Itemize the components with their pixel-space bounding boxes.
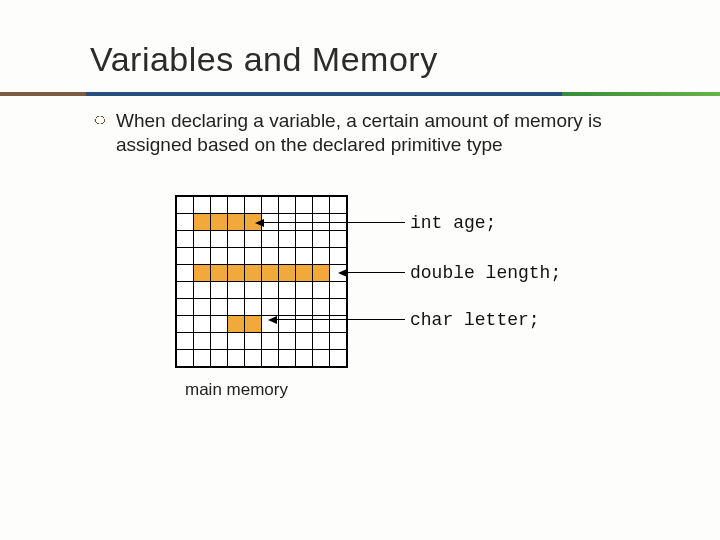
arrowhead-icon bbox=[338, 269, 347, 277]
memory-cell bbox=[330, 349, 347, 366]
memory-cell bbox=[177, 264, 194, 281]
memory-cell bbox=[245, 349, 262, 366]
memory-cell bbox=[262, 298, 279, 315]
memory-cell bbox=[279, 196, 296, 213]
memory-cell bbox=[228, 264, 245, 281]
arrowhead-icon bbox=[255, 219, 264, 227]
memory-cell bbox=[211, 264, 228, 281]
memory-cell bbox=[296, 298, 313, 315]
memory-cell bbox=[313, 264, 330, 281]
memory-cell bbox=[296, 332, 313, 349]
memory-cell bbox=[313, 298, 330, 315]
memory-cell bbox=[177, 349, 194, 366]
memory-cell bbox=[211, 298, 228, 315]
memory-cell bbox=[228, 298, 245, 315]
memory-cell bbox=[296, 247, 313, 264]
memory-cell bbox=[313, 349, 330, 366]
memory-cell bbox=[177, 298, 194, 315]
memory-caption: main memory bbox=[185, 380, 288, 400]
memory-cell bbox=[177, 196, 194, 213]
memory-cell bbox=[194, 349, 211, 366]
memory-cell bbox=[313, 332, 330, 349]
memory-cell bbox=[296, 281, 313, 298]
memory-cell bbox=[262, 349, 279, 366]
memory-cell bbox=[228, 281, 245, 298]
code-label-double: double length; bbox=[410, 263, 561, 283]
memory-diagram: main memory int age; double length; char… bbox=[90, 185, 670, 445]
memory-cell bbox=[262, 264, 279, 281]
memory-cell bbox=[279, 230, 296, 247]
memory-cell bbox=[228, 196, 245, 213]
memory-cell bbox=[279, 281, 296, 298]
memory-cell bbox=[279, 332, 296, 349]
memory-cell bbox=[296, 315, 313, 332]
slide-title: Variables and Memory bbox=[90, 40, 670, 79]
memory-cell bbox=[194, 264, 211, 281]
memory-cell bbox=[262, 196, 279, 213]
memory-cell bbox=[262, 230, 279, 247]
bullet-item: ၀ When declaring a variable, a certain a… bbox=[90, 109, 610, 157]
memory-cell bbox=[330, 315, 347, 332]
memory-cell bbox=[279, 247, 296, 264]
memory-cell bbox=[245, 281, 262, 298]
memory-cell bbox=[330, 196, 347, 213]
memory-cell bbox=[228, 315, 245, 332]
memory-cell bbox=[211, 213, 228, 230]
title-underline bbox=[0, 92, 720, 96]
memory-cell bbox=[211, 247, 228, 264]
memory-cell bbox=[313, 247, 330, 264]
code-label-int: int age; bbox=[410, 213, 496, 233]
memory-cell bbox=[177, 230, 194, 247]
memory-cell bbox=[245, 264, 262, 281]
memory-cell bbox=[194, 213, 211, 230]
memory-cell bbox=[245, 247, 262, 264]
memory-cell bbox=[228, 213, 245, 230]
memory-cell bbox=[211, 196, 228, 213]
memory-cell bbox=[296, 264, 313, 281]
memory-cell bbox=[330, 332, 347, 349]
memory-cell bbox=[296, 230, 313, 247]
memory-cell bbox=[279, 298, 296, 315]
memory-cell bbox=[194, 332, 211, 349]
memory-cell bbox=[228, 230, 245, 247]
slide: Variables and Memory ၀ When declaring a … bbox=[0, 0, 720, 540]
memory-cell bbox=[313, 196, 330, 213]
memory-cell bbox=[262, 247, 279, 264]
memory-cell bbox=[279, 315, 296, 332]
memory-cell bbox=[279, 264, 296, 281]
memory-cell bbox=[194, 196, 211, 213]
memory-cell bbox=[211, 349, 228, 366]
arrowhead-icon bbox=[268, 316, 277, 324]
memory-cell bbox=[330, 298, 347, 315]
memory-cell bbox=[194, 230, 211, 247]
memory-cell bbox=[194, 298, 211, 315]
memory-cell bbox=[245, 315, 262, 332]
memory-cell bbox=[228, 332, 245, 349]
memory-cell bbox=[211, 332, 228, 349]
memory-cell bbox=[177, 213, 194, 230]
memory-cell bbox=[211, 230, 228, 247]
bullet-text: When declaring a variable, a certain amo… bbox=[116, 109, 610, 157]
memory-cell bbox=[313, 281, 330, 298]
memory-cell bbox=[245, 230, 262, 247]
memory-cell bbox=[228, 247, 245, 264]
memory-cell bbox=[313, 315, 330, 332]
memory-cell bbox=[194, 315, 211, 332]
memory-cell bbox=[177, 247, 194, 264]
memory-cell bbox=[296, 349, 313, 366]
memory-cell bbox=[330, 230, 347, 247]
memory-cell bbox=[194, 281, 211, 298]
memory-cell bbox=[211, 315, 228, 332]
memory-cell bbox=[245, 196, 262, 213]
memory-cell bbox=[245, 332, 262, 349]
memory-cell bbox=[228, 349, 245, 366]
memory-cell bbox=[177, 332, 194, 349]
memory-cell bbox=[313, 230, 330, 247]
code-label-char: char letter; bbox=[410, 310, 540, 330]
memory-cell bbox=[194, 247, 211, 264]
memory-cell bbox=[330, 281, 347, 298]
memory-cell bbox=[262, 332, 279, 349]
memory-cell bbox=[245, 298, 262, 315]
memory-cell bbox=[330, 247, 347, 264]
memory-cell bbox=[296, 196, 313, 213]
